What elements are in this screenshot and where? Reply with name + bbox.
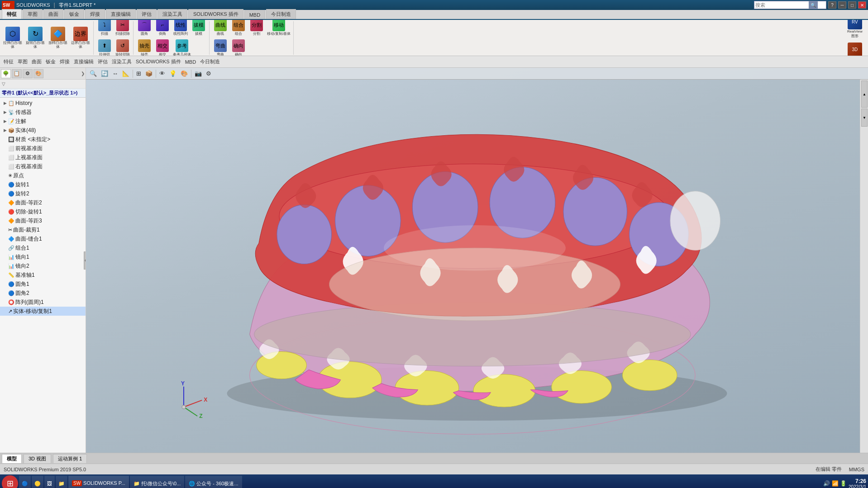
ft-item-chamfer2[interactable]: ▶ 🔵 圆角2 [0,289,86,298]
tb3-btn-mbd[interactable]: MBD [183,57,198,67]
feature-tree-root[interactable]: 零件1 (默认<<默认>_显示状态 1>) [0,89,86,98]
ft-item-surface-cut1[interactable]: ▶ ✂ 曲面-裁剪1 [0,225,86,234]
taskbar-btn-folder[interactable]: 📁 托\微信公众号\0... [130,476,184,488]
vp-btn-display-mode[interactable]: 📦 [143,69,154,78]
tb3-btn-sw-plugin[interactable]: SOLIDWORKS 插件 [134,57,183,67]
ribbon-btn-sweep-cut[interactable]: ✂ 扫描切除 [114,20,131,37]
ribbon-btn-pull[interactable]: ⬆ 拉伸切 [96,38,113,56]
ft-item-top-plane[interactable]: ▶ ⬜ 上视基准面 [0,153,86,162]
ft-item-pattern1[interactable]: ▶ 📊 镜向1 [0,252,86,261]
ft-item-material[interactable]: ▶ 🔲 材质 <未指定> [0,135,86,144]
search-input[interactable] [754,2,809,8]
ft-item-right-plane[interactable]: ▶ ⬜ 右视基准面 [0,162,86,171]
right-panel-btn-1[interactable]: ▲ [861,81,868,108]
ft-item-history[interactable]: ▶ 📋 History [0,99,86,108]
taskbar-btn-explorer[interactable]: 🔵 [19,476,31,488]
vp-btn-rotate[interactable]: 🔄 [99,69,110,78]
ribbon-btn-loft[interactable]: 🔷 放样凸台/基体 [47,26,69,50]
tb3-btn-surface[interactable]: 曲面 [30,57,43,67]
ribbon-btn-surface[interactable]: 拔模 拔模 [190,20,207,37]
tab-weld[interactable]: 焊接 [85,9,105,19]
taskbar-btn-2[interactable]: 🟡 [32,476,43,488]
tab-model[interactable]: 模型 [2,454,22,463]
ft-item-annotation[interactable]: ▶ 📝 注解 [0,117,86,126]
ribbon-btn-extrude-ref[interactable]: 线性 线性阵列 [172,20,189,37]
taskbar-btn-sw[interactable]: SW SOLIDWORKS P... [68,476,129,488]
lp-tab-appearance[interactable]: 🎨 [33,69,43,78]
search-box[interactable]: 🔍 [754,1,826,9]
ribbon-btn-boss-extrude[interactable]: ⬡ 拉伸凸台/基体 [2,26,24,50]
tb3-btn-evaluate[interactable]: 评估 [96,57,110,67]
ft-item-revolve2[interactable]: ▶ 🔵 旋转2 [0,189,86,198]
search-go-button[interactable]: 🔍 [809,1,818,9]
vp-btn-zoom-fit[interactable]: 🔍 [88,69,99,78]
ribbon-btn-combine[interactable]: 组合 组合 [230,20,247,37]
start-button[interactable]: ⊞ [2,475,18,488]
vp-btn-view-orient[interactable]: 👁 [157,69,167,78]
tab-render[interactable]: 渲染工具 [157,9,187,19]
ribbon-btn-sweep[interactable]: ⤵ 扫描 [96,20,113,37]
ft-item-move-copy1[interactable]: ▶ ↗ 实体-移动/复制1 [0,307,86,316]
vp-btn-pan[interactable]: ↔ [110,69,120,78]
ribbon-btn-revolve-cut[interactable]: ↺ 旋转切除 [114,38,131,56]
ft-item-solid[interactable]: ▶ 📦 实体(48) [0,126,86,135]
ribbon-btn-chamfer[interactable]: ⌐ 倒角 [154,20,171,37]
tb3-btn-sketch[interactable]: 草图 [16,57,29,67]
tab-sketch[interactable]: 草图 [23,9,43,19]
vp-btn-lighting[interactable]: 💡 [167,69,178,78]
ribbon-btn-move-copy[interactable]: 移动 移动/复制/基体 [266,20,291,37]
right-panel-btn-2[interactable]: ▼ [861,109,868,127]
tab-3d-view[interactable]: 3D 视图 [24,454,51,463]
ft-item-origin[interactable]: ▶ ✳ 原点 [0,171,86,180]
tab-feature[interactable]: 特征 [2,9,22,19]
ribbon-btn-intersect[interactable]: 相交 相交 [154,38,171,56]
restore-button[interactable]: □ [848,1,856,9]
tab-motion[interactable]: 运动算例 1 [53,454,87,463]
ribbon-btn-realview[interactable]: RV RealView图形 [845,20,864,40]
lp-tab-feature-tree[interactable]: 🌳 [1,69,11,78]
tb3-btn-manufacture[interactable]: 今日制造 [198,57,222,67]
tb3-btn-weld[interactable]: 焊接 [58,57,72,67]
ft-item-surface-border3[interactable]: ▶ 🔶 曲面-等距3 [0,216,86,225]
tab-evaluate[interactable]: 评估 [137,9,157,19]
ft-item-cut-revolve1[interactable]: ▶ 🔴 切除-旋转1 [0,207,86,216]
ft-item-axis1[interactable]: ▶ 📏 基准轴1 [0,270,86,280]
vp-btn-section[interactable]: ⊞ [134,69,143,78]
tab-sw-plugin[interactable]: SOLIDWORKS 插件 [188,9,243,19]
ribbon-btn-insert-ref[interactable]: 确向 确向 [230,38,247,56]
ribbon-btn-ref-geometry[interactable]: 参考 参考几何体 [172,38,192,56]
ft-item-pattern2[interactable]: ▶ 📊 镜向2 [0,261,86,270]
taskbar-btn-3[interactable]: 🖼 [44,476,55,488]
tab-direct-edit[interactable]: 直接编辑 [106,9,136,19]
ribbon-btn-fillet[interactable]: ⌒ 圆角 [136,20,153,37]
ribbon-btn-instant3d[interactable]: 3D Instant3D [845,41,864,57]
close-button[interactable]: ✕ [858,1,866,9]
lp-tab-config[interactable]: ⚙ [23,69,33,78]
ft-item-circular-pattern1[interactable]: ▶ ⭕ 阵列(圆周)1 [0,298,86,307]
taskbar-btn-browser[interactable]: 🌐 公众号 - 360极速... [185,476,242,488]
tab-sheetmetal[interactable]: 钣金 [64,9,84,19]
vp-btn-snapshot[interactable]: 📷 [193,69,204,78]
ribbon-btn-mirror[interactable]: 弯曲 弯曲 [212,38,229,56]
ft-item-surface-border2[interactable]: ▶ 🔶 曲面-等距2 [0,198,86,207]
ft-item-front-plane[interactable]: ▶ ⬜ 前视基准面 [0,144,86,153]
tb3-btn-direct[interactable]: 直接编辑 [72,57,95,67]
tb3-btn-sheetmetal[interactable]: 钣金 [44,57,57,67]
taskbar-btn-files[interactable]: 📁 [56,476,67,488]
ft-item-revolve1[interactable]: ▶ 🔵 旋转1 [0,180,86,189]
viewport[interactable]: 🔍 🔄 ↔ 📐 ⊞ 📦 👁 💡 🎨 📷 ⚙ [86,68,868,453]
ribbon-btn-revolve[interactable]: ↻ 旋转凸台/基体 [24,26,46,50]
minimize-button[interactable]: ─ [838,1,846,9]
vp-btn-appearances[interactable]: 🎨 [179,69,190,78]
lp-tab-propertymanager[interactable]: 📋 [12,69,22,78]
ft-item-surface-merge1[interactable]: ▶ 🔷 曲面-缝合1 [0,234,86,243]
vp-btn-settings[interactable]: ⚙ [204,69,213,78]
lp-expand-btn[interactable]: ❯ [81,71,85,76]
ft-item-chamfer1[interactable]: ▶ 🔵 圆角1 [0,280,86,289]
help-button[interactable]: ? [828,1,836,9]
ribbon-btn-shell[interactable]: 抽壳 抽壳 [136,38,153,56]
vp-btn-measure[interactable]: 📐 [120,69,131,78]
tb3-btn-feature[interactable]: 特征 [2,57,15,67]
ribbon-btn-boundary[interactable]: 边界 边界凸台/基体 [70,26,91,50]
ribbon-btn-curves[interactable]: 曲线 曲线 [212,20,229,37]
